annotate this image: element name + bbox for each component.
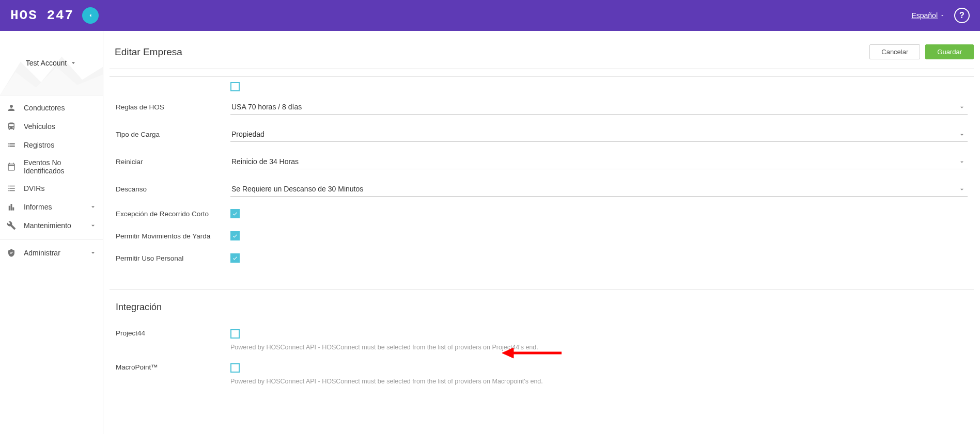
form-row-short-haul: Excepción de Recorrido Corto [116,203,968,225]
save-button[interactable]: Guardar [925,44,974,59]
form-row-hos-rules: Reglas de HOS USA 70 horas / 8 días [116,93,968,121]
chevron-down-icon [89,203,97,211]
divider [110,69,974,69]
admin-icon [6,248,17,258]
form-row-yard-moves: Permitir Movimientos de Yarda [116,225,968,247]
form-row-project44: Project44 Powered by HOSConnect API - HO… [116,323,968,357]
sidebar-item-label: Mantenimiento [24,221,82,230]
form-row-personal-use: Permitir Uso Personal [116,247,968,269]
wrench-icon [6,220,17,231]
settings-section: Reglas de HOS USA 70 horas / 8 días Tipo… [110,76,974,275]
sidebar-item-label: Registros [24,141,97,149]
checklist-icon [6,183,17,194]
page-header: Editar Empresa Cancelar Guardar [110,31,974,69]
help-button[interactable]: ? [954,8,970,23]
list-icon [6,140,17,150]
main-content: Editar Empresa Cancelar Guardar Reglas d… [103,31,980,434]
project44-hint: Powered by HOSConnect API - HOSConnect m… [230,344,968,351]
sidebar-item-label: DVIRs [24,184,97,192]
rest-select[interactable]: Se Requiere un Descanso de 30 Minutos [230,182,968,197]
chevron-down-icon [940,13,945,18]
page-title: Editar Empresa [115,46,182,58]
sidebar-item-label: Administrar [24,249,82,257]
project44-checkbox[interactable] [230,329,240,339]
checkbox-partial[interactable] [230,82,240,91]
form-row-restart: Reiniciar Reinicio de 34 Horas [116,148,968,175]
form-row-macropoint: MacroPoint™ Powered by HOSConnect API - … [116,357,968,391]
rest-label: Descanso [116,185,230,193]
yard-moves-label: Permitir Movimientos de Yarda [116,232,230,240]
cargo-type-select[interactable]: Propiedad [230,127,968,142]
yard-moves-checkbox[interactable] [230,231,240,240]
person-icon [6,103,17,113]
header-left: HOS 247 [10,7,99,24]
cargo-type-label: Tipo de Carga [116,131,230,138]
back-button[interactable] [82,7,99,24]
cancel-button[interactable]: Cancelar [869,44,920,59]
nav-separator [0,239,103,239]
macropoint-hint: Powered by HOSConnect API - HOSConnect m… [230,378,968,385]
page-actions: Cancelar Guardar [869,44,974,59]
sidebar-nav: Conductores Vehículos Registros Eventos … [0,95,103,262]
sidebar-item-vehicles[interactable]: Vehículos [0,117,103,136]
hos-rules-label: Reglas de HOS [116,103,230,111]
sidebar-item-logs[interactable]: Registros [0,136,103,154]
sidebar-item-administer[interactable]: Administrar [0,244,103,262]
sidebar-item-label: Eventos No Identificados [24,158,97,175]
sidebar-item-dvirs[interactable]: DVIRs [0,179,103,198]
account-block: Test Account [0,31,103,95]
bus-icon [6,121,17,132]
sidebar-item-reports[interactable]: Informes [0,198,103,216]
form-row-partial [116,82,968,93]
chevron-down-icon [89,222,97,229]
sidebar-item-drivers[interactable]: Conductores [0,99,103,117]
chevron-left-icon [87,12,94,19]
chevron-down-icon [89,249,97,256]
form-row-rest: Descanso Se Requiere un Descanso de 30 M… [116,175,968,203]
app-header: HOS 247 Español ? [0,0,980,31]
check-icon [232,233,238,239]
macropoint-label: MacroPoint™ [116,363,230,371]
account-name: Test Account [26,59,67,67]
personal-use-label: Permitir Uso Personal [116,254,230,262]
account-menu[interactable]: Test Account [26,59,77,67]
restart-select[interactable]: Reinicio de 34 Horas [230,154,968,169]
sidebar-item-label: Conductores [24,104,97,112]
sidebar-item-label: Vehículos [24,122,97,131]
language-select[interactable]: Español [911,11,945,20]
calendar-icon [6,162,17,172]
integration-section: Integración Project44 Powered by HOSConn… [110,289,974,396]
hos-rules-select[interactable]: USA 70 horas / 8 días [230,100,968,115]
header-right: Español ? [911,8,970,23]
personal-use-checkbox[interactable] [230,253,240,263]
check-icon [232,255,238,261]
short-haul-checkbox[interactable] [230,209,240,218]
sidebar-item-unidentified[interactable]: Eventos No Identificados [0,154,103,179]
language-label: Español [911,11,938,20]
check-icon [232,211,238,217]
integration-title: Integración [116,302,968,313]
bar-chart-icon [6,202,17,212]
project44-label: Project44 [116,329,230,337]
short-haul-label: Excepción de Recorrido Corto [116,210,230,218]
form-row-cargo-type: Tipo de Carga Propiedad [116,121,968,148]
macropoint-checkbox[interactable] [230,363,240,373]
chevron-down-icon [70,59,77,67]
sidebar: Test Account Conductores Vehículos [0,31,103,434]
restart-label: Reiniciar [116,158,230,166]
app-logo: HOS 247 [10,8,74,23]
sidebar-item-maintenance[interactable]: Mantenimiento [0,216,103,235]
sidebar-item-label: Informes [24,203,82,211]
